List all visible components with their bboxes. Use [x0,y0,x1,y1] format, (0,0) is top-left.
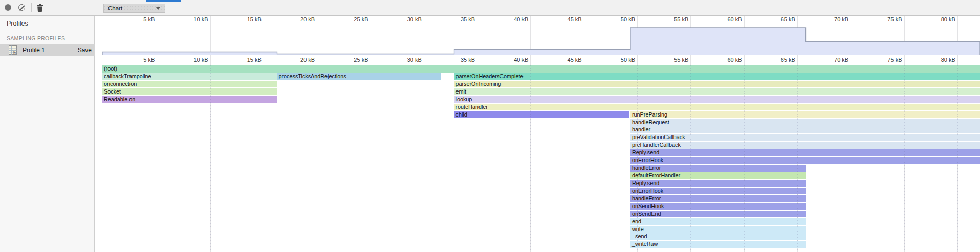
flame-bar[interactable]: handler [630,126,980,133]
clear-button[interactable] [18,4,26,12]
chart-view-dropdown-label: Chart [108,5,122,11]
gridline-dotted-overlay [851,65,851,252]
overview-area-fill [102,28,980,55]
flame-bar[interactable]: onSendEnd [630,211,806,218]
flame-bar[interactable]: write_ [630,226,806,233]
gridline-dotted-overlay [264,65,264,252]
gridline-dotted-overlay [957,65,958,252]
sampling-profiles-heading: SAMPLING PROFILES [7,35,65,41]
flame-bar[interactable]: handleRequest [630,119,980,126]
flame-bar[interactable]: Reply.send [630,180,806,187]
ruler-flame-tick-label: 60 kB [710,57,742,63]
gridline-dotted-overlay [904,65,905,252]
flame-bar[interactable]: _writeRaw [630,241,806,248]
flame-bar[interactable]: preHandlerCallback [630,142,980,149]
gridline-dotted-overlay [371,65,371,252]
flame-bar[interactable]: handleError [630,195,806,202]
ruler-flame-tick-label: 35 kB [443,57,475,63]
profile-table-icon: % [9,45,17,55]
ruler-flame-tick-label: 65 kB [764,57,795,63]
gridline-dotted-overlay [584,65,584,252]
toolbar: Chart [0,0,980,16]
gridline-dotted-overlay [690,65,691,252]
toolbar-separator [31,3,32,12]
flame-bar[interactable]: routeHandler [454,104,980,111]
ruler-flame-tick-label: 5 kB [123,57,155,63]
chart-view-dropdown[interactable]: Chart [103,4,165,13]
flame-bar[interactable]: emit [454,88,980,96]
gridline-dotted-overlay [210,65,211,252]
chart-pane: 5 kB5 kB10 kB10 kB15 kB15 kB20 kB20 kB25… [95,16,980,252]
record-button[interactable] [4,4,12,11]
record-icon [5,4,11,11]
ruler-flame-tick-label: 40 kB [496,57,528,63]
flame-bar[interactable]: _send [630,233,806,240]
chevron-down-icon [156,7,160,10]
flame-bar[interactable]: Reply.send [630,149,980,156]
ruler-flame-tick-label: 10 kB [177,57,208,63]
flame-bar[interactable]: lookup [454,96,980,103]
sidebar: Profiles SAMPLING PROFILES % Profile 1 S… [0,16,95,252]
flame-bar[interactable]: runPreParsing [630,111,980,119]
gridline-dotted-overlay [157,65,157,252]
flame-bar[interactable]: (root) [102,65,980,73]
ruler-flame-tick-label: 15 kB [230,57,262,63]
profiles-heading: Profiles [7,20,28,27]
overview-area-chart[interactable] [95,16,980,55]
profile-name: Profile 1 [23,47,45,54]
flame-bar[interactable]: onconnection [102,81,277,88]
active-tab-underline [146,0,181,2]
flame-bar[interactable]: callbackTrampoline [102,73,277,80]
flame-bar[interactable]: defaultErrorHandler [630,172,806,179]
ruler-flame-tick-label: 80 kB [924,57,955,63]
gridline-dotted-overlay [744,65,745,252]
flame-bar[interactable]: preValidationCallback [630,134,980,141]
flame-bar[interactable]: end [630,218,806,225]
flame-bar[interactable]: child [454,111,630,119]
ruler-flame-tick-label: 30 kB [390,57,422,63]
gridline-dotted-overlay [797,65,798,252]
gridline-dotted-overlay [317,65,317,252]
trash-icon [36,3,44,12]
flame-bar[interactable]: onErrorHook [630,157,980,164]
gridline-dotted-overlay [530,65,531,252]
ruler-flame-tick-label: 20 kB [283,57,315,63]
svg-text:%: % [13,51,16,54]
flame-bar[interactable]: processTicksAndRejections [277,73,442,80]
flame-bar[interactable]: Socket [102,88,277,96]
save-profile-link[interactable]: Save [78,47,92,54]
flame-bar[interactable]: onErrorHook [630,188,806,195]
gridline-dotted-overlay [637,65,638,252]
gridline-dotted-overlay [424,65,424,252]
flame-bar[interactable]: Readable.on [102,96,277,103]
flame-bar[interactable]: parserOnHeadersComplete [454,73,980,80]
delete-button[interactable] [36,3,43,11]
gridline-dotted-overlay [477,65,477,252]
flame-bar[interactable]: onSendHook [630,203,806,210]
profiler-app: Chart Profiles SAMPLING PROFILES % Profi… [0,0,980,252]
ruler-flame-tick-label: 55 kB [657,57,688,63]
ruler-flame-tick-label: 75 kB [870,57,902,63]
ruler-flame-tick-label: 50 kB [603,57,635,63]
flame-bar[interactable]: handleError [630,165,806,172]
sidebar-item-profile-1[interactable]: % Profile 1 Save [0,44,95,56]
ruler-flame-tick-label: 25 kB [337,57,368,63]
ruler-flame-tick-label: 70 kB [817,57,848,63]
flame-bar[interactable]: parserOnIncoming [454,81,980,88]
ruler-flame-tick-label: 45 kB [550,57,582,63]
